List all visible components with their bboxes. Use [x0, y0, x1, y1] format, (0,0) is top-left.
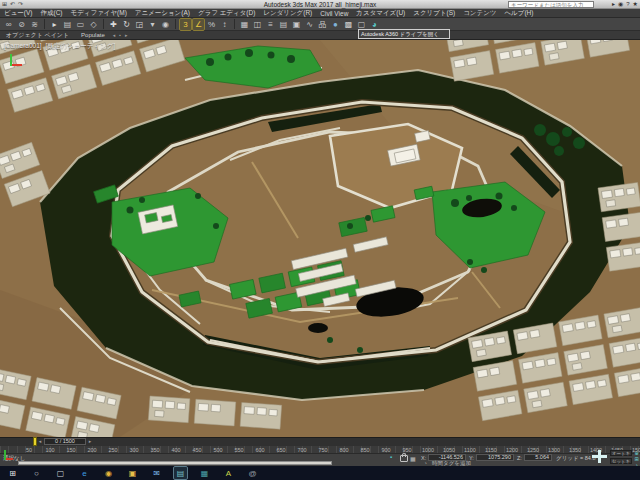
- menu-item-2[interactable]: モディファイヤ(M): [67, 9, 131, 18]
- reference-coordinate-icon[interactable]: ▾: [147, 19, 158, 30]
- city-block: [619, 218, 629, 226]
- select-and-scale-icon[interactable]: ◲: [134, 19, 145, 30]
- city-block: [602, 190, 613, 198]
- menu-item-9[interactable]: コンテンツ: [459, 9, 500, 18]
- layer-manager-icon[interactable]: ▤: [278, 19, 289, 30]
- start-button[interactable]: ⊞: [6, 467, 19, 479]
- menu-item-0[interactable]: ビュー(V): [0, 9, 36, 18]
- city-block: [495, 397, 505, 405]
- track-bar[interactable]: 5010015020025030035040045050055060065070…: [0, 446, 640, 453]
- use-pivot-center-icon[interactable]: ◉: [160, 19, 171, 30]
- toolbar-divider: [175, 19, 176, 29]
- select-by-name-icon[interactable]: ▤: [62, 19, 73, 30]
- autodesk-app-icon[interactable]: A: [222, 467, 235, 479]
- ribbon-tab-1[interactable]: Populate: [75, 32, 111, 38]
- current-frame-display: 0 / 1500: [44, 438, 86, 445]
- y-coord-field[interactable]: 1075.290: [476, 454, 514, 461]
- select-object-icon[interactable]: ▸: [49, 19, 60, 30]
- set-key-button[interactable]: セットキー: [610, 458, 632, 464]
- align-icon[interactable]: ≡: [265, 19, 276, 30]
- toolbar-divider: [234, 19, 235, 29]
- auto-key-button[interactable]: オートキー: [610, 450, 632, 456]
- infocenter-icons: ▸◉?★: [612, 1, 638, 8]
- menu-item-4[interactable]: グラフ エディタ(D): [194, 9, 259, 18]
- unlink-selection-icon[interactable]: ⊘: [16, 19, 27, 30]
- ribbon-toggle-icon[interactable]: ▣: [291, 19, 302, 30]
- mail-icon[interactable]: ✉: [150, 467, 163, 479]
- camera-viewport[interactable]: [Camera001] [既定のシェーディング]: [0, 40, 640, 437]
- absolute-mode-icon[interactable]: ▦: [410, 455, 416, 462]
- menu-bar: ビュー(V)作成(C)モディファイヤ(M)アニメーション(A)グラフ エディタ(…: [0, 9, 640, 18]
- city-block: [562, 324, 573, 333]
- signin-icon[interactable]: ◉: [618, 1, 623, 8]
- infocenter-search-input[interactable]: [508, 1, 594, 8]
- menu-item-10[interactable]: ヘルプ(H): [500, 9, 537, 18]
- prev-frame-arrow[interactable]: ◂: [37, 438, 43, 445]
- schematic-view-icon[interactable]: 品: [317, 19, 328, 30]
- maxscript-mini-listener[interactable]: [18, 461, 332, 465]
- city-block: [608, 316, 619, 325]
- render-icon[interactable]: ◕: [369, 19, 380, 30]
- spinner-snap-icon[interactable]: ↕: [219, 19, 230, 30]
- render-setup-icon[interactable]: ▩: [343, 19, 354, 30]
- time-slider-row[interactable]: [0, 437, 640, 446]
- city-block: [597, 380, 606, 387]
- viewport-shading-label[interactable]: [既定のシェーディング]: [46, 42, 116, 51]
- castle-scene: [0, 40, 640, 437]
- help-icon[interactable]: ?: [626, 1, 629, 8]
- rendered-frame-icon[interactable]: ▢: [356, 19, 367, 30]
- material-editor-icon[interactable]: ●: [330, 19, 341, 30]
- city-block: [618, 375, 629, 384]
- favorites-icon[interactable]: ★: [633, 1, 638, 8]
- select-and-link-icon[interactable]: ∞: [3, 19, 14, 30]
- percent-snap-icon[interactable]: %: [206, 19, 217, 30]
- city-block: [244, 407, 254, 415]
- selection-region-icon[interactable]: ▭: [75, 19, 86, 30]
- ribbon-tab-0[interactable]: オブジェクト ペイント: [0, 31, 75, 40]
- z-coord-label: Z:: [517, 455, 522, 461]
- selection-lock-icon[interactable]: [400, 455, 408, 462]
- city-block: [549, 53, 559, 60]
- menu-item-8[interactable]: スクリプト(S): [409, 9, 459, 18]
- selection-filter-dot-icon[interactable]: ▪: [390, 454, 392, 460]
- file-explorer-icon[interactable]: ▣: [126, 467, 139, 479]
- chrome-icon[interactable]: ◉: [102, 467, 115, 479]
- edge-icon[interactable]: e: [78, 467, 91, 479]
- angle-snap-icon[interactable]: ∠: [193, 19, 204, 30]
- bind-to-spacewarp-icon[interactable]: ≋: [29, 19, 40, 30]
- city-block: [454, 59, 465, 68]
- world-axis-y-icon: [4, 450, 6, 460]
- city-block: [476, 349, 486, 356]
- menu-item-7[interactable]: カスタマイズ(U): [352, 9, 409, 18]
- selection-filter-icon[interactable]: ◇: [88, 19, 99, 30]
- pan-view-icon[interactable]: [592, 450, 607, 463]
- photos-icon[interactable]: ▦: [198, 467, 211, 479]
- viewport-camera-label[interactable]: [Camera001]: [4, 42, 42, 51]
- select-and-move-icon[interactable]: ✚: [108, 19, 119, 30]
- z-coord-field[interactable]: 5.064: [524, 454, 552, 461]
- swirl-app-icon[interactable]: @: [246, 467, 259, 479]
- menu-item-6[interactable]: Civil View: [316, 10, 352, 17]
- snap-toggle-3d-icon[interactable]: 3: [180, 19, 191, 30]
- task-view-icon[interactable]: ▢: [54, 467, 67, 479]
- search-icon[interactable]: ▸: [612, 1, 615, 8]
- windows-taskbar: ⊞○▢e◉▣✉▤▦A@: [0, 466, 640, 480]
- next-frame-arrow[interactable]: ▸: [87, 438, 93, 445]
- menu-item-3[interactable]: アニメーション(A): [131, 9, 194, 18]
- ribbon-control-2[interactable]: ▸: [123, 32, 130, 38]
- edit-named-selection-icon[interactable]: ▦: [239, 19, 250, 30]
- city-block: [547, 358, 556, 365]
- cortana-search-icon[interactable]: ○: [30, 467, 43, 479]
- city-block: [194, 399, 236, 426]
- viewport-label[interactable]: [Camera001] [既定のシェーディング]: [4, 42, 115, 51]
- gizmo-y-axis: [10, 54, 12, 66]
- mirror-icon[interactable]: ◫: [252, 19, 263, 30]
- select-and-rotate-icon[interactable]: ↻: [121, 19, 132, 30]
- menu-item-5[interactable]: レンダリング(R): [259, 9, 316, 18]
- city-block: [257, 408, 266, 416]
- city-block: [626, 343, 636, 351]
- city-block: [612, 325, 622, 332]
- curve-editor-icon[interactable]: ∿: [304, 19, 315, 30]
- 3dsmax-taskbar-icon[interactable]: ▤: [174, 467, 187, 479]
- menu-item-1[interactable]: 作成(C): [36, 9, 66, 18]
